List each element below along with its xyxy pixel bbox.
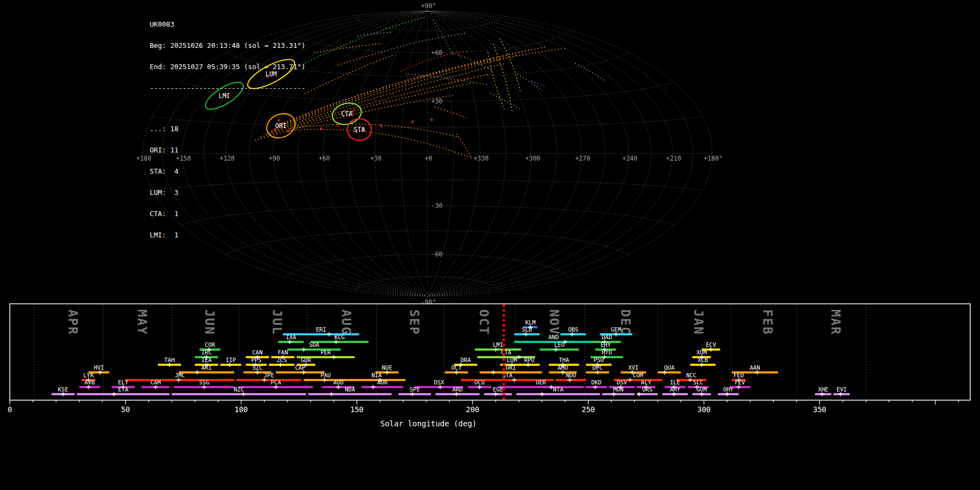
lat-label: -90° xyxy=(421,298,436,306)
lat-label: -60 xyxy=(431,250,443,258)
shower-label-DPC: DPC xyxy=(592,364,603,371)
axis-title: Solar longitude (deg) xyxy=(380,419,476,428)
shower-label-EVI: EVI xyxy=(836,386,847,393)
lon-label: +180° xyxy=(704,155,723,162)
shower-label-KSE: KSE xyxy=(58,386,68,393)
peak-marker-ORI xyxy=(491,370,495,375)
meteor-track xyxy=(451,78,469,82)
month-label-NOV: NOV xyxy=(547,309,561,335)
meteor-track xyxy=(500,39,520,93)
peak-marker-GEM xyxy=(614,332,618,336)
shower-label-KLM: KLM xyxy=(525,319,536,326)
count-line: STA: 4 xyxy=(150,168,305,175)
peak-marker-STA xyxy=(512,378,517,382)
meteor-track xyxy=(287,130,473,158)
shower-bar-KCG xyxy=(311,341,369,343)
lon-label: +30 xyxy=(370,155,382,162)
meridian-line xyxy=(298,11,427,296)
shower-bar-AUR xyxy=(362,386,403,388)
peak-marker-SZC xyxy=(255,370,260,375)
shower-label-FED: FED xyxy=(733,372,744,378)
shower-label-CAP: CAP xyxy=(295,364,305,371)
shower-label-QUA: QUA xyxy=(664,364,675,371)
peak-marker-IIP xyxy=(228,363,232,367)
peak-marker-SLD xyxy=(524,332,528,336)
shower-label-IEA: IEA xyxy=(201,357,212,363)
shower-label-AUR: AUR xyxy=(377,379,388,385)
peak-marker-IXA xyxy=(287,340,292,344)
meridian-line xyxy=(427,11,651,296)
peak-marker-NTA xyxy=(540,392,544,396)
shower-counts: ...: 18 ORI: 11 STA: 4 LUM: 3 CTA: 1 LMI… xyxy=(150,111,305,253)
peak-marker-OBS xyxy=(570,332,574,336)
peak-marker-EVI xyxy=(838,392,843,396)
shower-label-CAN: CAN xyxy=(252,349,262,356)
peak-marker-ZCS xyxy=(278,363,283,367)
peak-marker-SSG xyxy=(202,385,206,389)
shower-bar-NDA xyxy=(308,393,391,395)
meteor-track xyxy=(305,17,426,63)
shower-label-ILE: ILE xyxy=(670,379,680,385)
shower-label-DSX: DSX xyxy=(434,379,445,385)
axis-tick-label: 300 xyxy=(697,405,710,414)
meteor-track xyxy=(284,48,567,123)
shower-label-NDA: NDA xyxy=(345,386,356,393)
shower-label-GUM: GUM xyxy=(696,386,707,393)
meteor-track xyxy=(281,47,546,124)
separator-line: -------------------------------------- xyxy=(150,84,305,91)
shower-label-ECV: ECV xyxy=(706,341,716,348)
peak-marker-COM xyxy=(628,378,632,382)
shower-bar-ETA xyxy=(77,393,169,395)
month-label-APR: APR xyxy=(66,309,80,335)
meteor-track xyxy=(381,33,466,52)
month-label-FEB: FEB xyxy=(761,309,775,335)
shower-label-THA: THA xyxy=(559,357,569,363)
shower-label-CAM: CAM xyxy=(150,379,161,385)
peak-marker-KSE xyxy=(61,392,65,396)
peak-marker-TAH xyxy=(167,363,171,367)
peak-marker-CTA xyxy=(517,355,521,359)
lon-label: +180 xyxy=(136,155,151,162)
shower-label-DKD: DKD xyxy=(591,379,602,385)
shower-label-FAN: FAN xyxy=(278,349,288,356)
peak-marker-AUD xyxy=(336,385,341,389)
shower-label-AVB: AVB xyxy=(84,379,95,385)
station-id: UK0083 xyxy=(150,21,305,28)
shower-label-DRA: DRA xyxy=(461,357,471,363)
meridian-line xyxy=(427,11,693,296)
shower-label-EGE: EGE xyxy=(493,386,503,393)
peak-marker-RPU xyxy=(526,363,530,367)
shower-label-OHY: OHY xyxy=(723,386,734,393)
meteor-tracks xyxy=(255,17,605,158)
shower-bar-SDA xyxy=(287,348,341,351)
shower-label-NCC: NCC xyxy=(686,372,696,378)
shower-label-LMI: LMI xyxy=(493,341,503,348)
shower-label-IRC: IRC xyxy=(201,349,212,356)
peak-marker-ARD xyxy=(454,392,458,396)
peak-marker-PCA xyxy=(274,385,278,389)
lon-label: +210 xyxy=(666,155,681,162)
shower-label-SLD: SLD xyxy=(522,326,532,333)
shower-label-ARD: ARD xyxy=(452,386,463,393)
shower-bar-NTA xyxy=(517,393,600,395)
peak-marker-NDA xyxy=(329,392,334,396)
peak-marker-GUM xyxy=(700,392,704,396)
shower-label-ALY: ALY xyxy=(641,379,652,385)
count-line: CTA: 1 xyxy=(150,210,305,217)
shower-label-PAU: PAU xyxy=(321,372,331,378)
shower-bar-MON xyxy=(602,393,635,395)
shower-label-NTA: NTA xyxy=(553,386,564,393)
shower-label-ZCS: ZCS xyxy=(277,357,287,363)
shower-label-ETA: ETA xyxy=(118,386,129,393)
peak-marker-PER xyxy=(332,355,336,359)
shower-bar-NIA xyxy=(348,379,406,381)
shower-label-CTA: CTA xyxy=(501,349,512,356)
shower-label-PCA: PCA xyxy=(271,379,281,385)
count-line: ...: 18 xyxy=(150,125,305,132)
month-label-OCT: OCT xyxy=(477,309,491,335)
meteor-track xyxy=(452,52,493,71)
lat-label: +90° xyxy=(421,2,436,10)
shower-label-URS: URS xyxy=(642,386,652,393)
peak-marker-CAM xyxy=(154,385,158,389)
shower-label-PPS: PPS xyxy=(251,357,261,363)
